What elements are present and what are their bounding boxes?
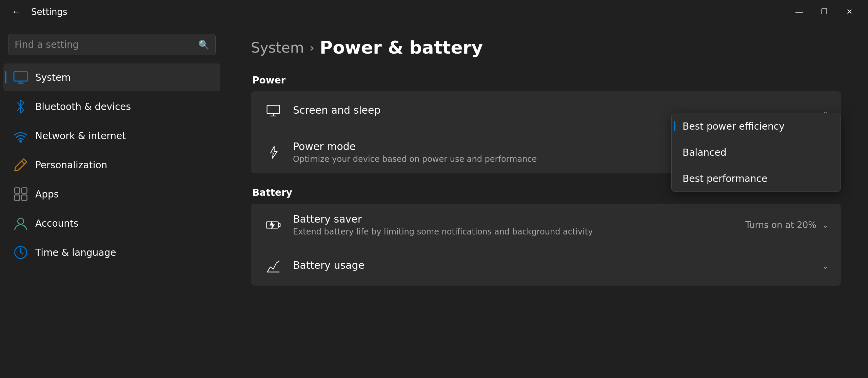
accounts-icon — [13, 215, 28, 231]
svg-rect-0 — [14, 72, 27, 81]
battery-saver-icon — [263, 215, 283, 235]
sidebar-label-personalization: Personalization — [35, 159, 107, 171]
titlebar-left: ← Settings — [7, 2, 67, 21]
power-card: Screen and sleep ⌄ Power mode Optimize y… — [251, 91, 841, 173]
battery-usage-row[interactable]: Battery usage ⌄ — [251, 246, 841, 286]
battery-usage-title: Battery usage — [293, 259, 822, 271]
battery-saver-row[interactable]: Battery saver Extend battery life by lim… — [251, 204, 841, 246]
breadcrumb-current: Power & battery — [320, 37, 483, 58]
dropdown-label-performance: Best performance — [683, 173, 767, 184]
battery-card: Battery saver Extend battery life by lim… — [251, 204, 841, 286]
battery-usage-icon — [263, 256, 283, 276]
svg-line-4 — [22, 161, 25, 164]
sidebar-label-accounts: Accounts — [35, 218, 79, 229]
battery-saver-chevron: ⌄ — [822, 220, 829, 230]
dropdown-item-balanced[interactable]: Balanced — [672, 139, 841, 165]
breadcrumb-separator: › — [310, 41, 314, 55]
breadcrumb: System › Power & battery — [251, 37, 841, 58]
power-mode-row[interactable]: Power mode Optimize your device based on… — [251, 131, 841, 173]
svg-rect-15 — [278, 223, 280, 227]
battery-saver-right: Turns on at 20% ⌄ — [745, 220, 829, 230]
sidebar-item-network[interactable]: Network & internet — [3, 122, 220, 150]
window-controls: — ❐ ✕ — [787, 3, 861, 20]
close-button[interactable]: ✕ — [837, 3, 861, 20]
sidebar-label-bluetooth: Bluetooth & devices — [35, 101, 131, 112]
svg-point-9 — [18, 218, 24, 224]
svg-rect-6 — [22, 188, 27, 193]
wifi-icon — [13, 128, 28, 144]
svg-rect-11 — [267, 105, 280, 114]
battery-saver-status: Turns on at 20% — [745, 220, 816, 230]
battery-usage-right: ⌄ — [822, 261, 829, 271]
dropdown-item-efficiency[interactable]: Best power efficiency — [672, 113, 841, 139]
svg-rect-7 — [15, 195, 20, 201]
minimize-button[interactable]: — — [787, 3, 811, 20]
battery-saver-title: Battery saver — [293, 213, 745, 225]
pen-icon — [13, 157, 28, 173]
dropdown-item-performance[interactable]: Best performance — [672, 165, 841, 191]
time-icon — [13, 245, 28, 260]
titlebar: ← Settings — ❐ ✕ — [0, 0, 868, 24]
back-button[interactable]: ← — [7, 2, 26, 21]
bluetooth-icon — [13, 99, 28, 114]
svg-point-3 — [20, 140, 22, 143]
sidebar: 🔍 System Bluetooth & devices — [0, 24, 224, 378]
sidebar-item-apps[interactable]: Apps — [3, 180, 220, 208]
sidebar-label-network: Network & internet — [35, 130, 126, 141]
sidebar-label-time: Time & language — [35, 247, 116, 258]
main-content: System › Power & battery Power Screen an… — [224, 24, 868, 378]
battery-saver-content: Battery saver Extend battery life by lim… — [293, 213, 745, 237]
screen-sleep-icon — [263, 101, 283, 121]
dropdown-label-efficiency: Best power efficiency — [683, 120, 785, 132]
sidebar-label-apps: Apps — [35, 189, 59, 200]
power-section-title: Power — [251, 75, 841, 86]
battery-saver-subtitle: Extend battery life by limiting some not… — [293, 227, 745, 237]
power-mode-icon — [263, 142, 283, 163]
dropdown-label-balanced: Balanced — [683, 147, 726, 158]
battery-usage-chevron: ⌄ — [822, 261, 829, 271]
svg-rect-8 — [22, 195, 27, 201]
search-container: 🔍 — [0, 31, 224, 62]
power-mode-dropdown[interactable]: Best power efficiency Balanced Best perf… — [671, 113, 841, 192]
app-title: Settings — [31, 7, 67, 17]
search-box[interactable]: 🔍 — [8, 34, 216, 55]
sidebar-item-time[interactable]: Time & language — [3, 239, 220, 266]
search-icon: 🔍 — [198, 40, 209, 50]
breadcrumb-parent[interactable]: System — [251, 39, 304, 56]
search-input[interactable] — [15, 39, 194, 50]
system-icon — [13, 70, 28, 85]
battery-usage-content: Battery usage — [293, 259, 822, 273]
sidebar-item-accounts[interactable]: Accounts — [3, 209, 220, 237]
app-layout: 🔍 System Bluetooth & devices — [0, 24, 868, 378]
sidebar-label-system: System — [35, 72, 71, 83]
sidebar-item-personalization[interactable]: Personalization — [3, 151, 220, 179]
svg-rect-5 — [15, 188, 20, 193]
sidebar-item-system[interactable]: System — [3, 63, 220, 91]
sidebar-item-bluetooth[interactable]: Bluetooth & devices — [3, 93, 220, 120]
maximize-button[interactable]: ❐ — [812, 3, 836, 20]
apps-icon — [13, 186, 28, 202]
